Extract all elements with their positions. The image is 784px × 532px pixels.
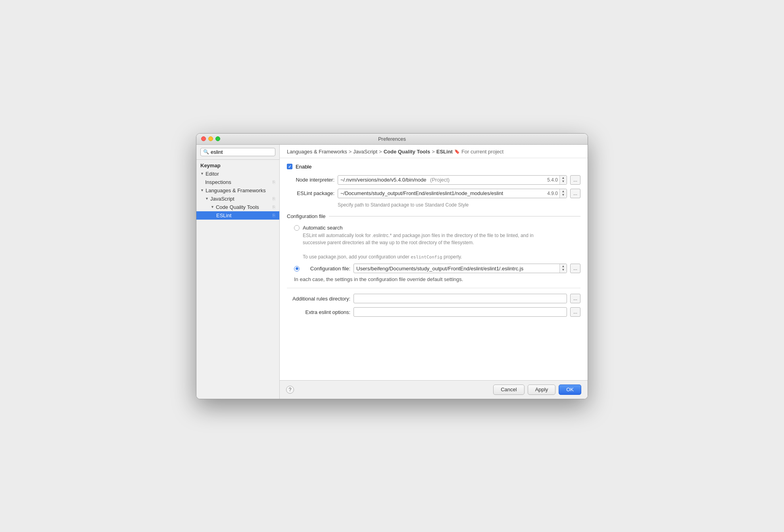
hint-text: Specify path to Standard package to use …: [338, 202, 580, 208]
config-section-label: Configuration file: [287, 213, 326, 219]
breadcrumb-code-quality: Code Quality Tools: [384, 149, 430, 155]
close-button[interactable]: [201, 136, 206, 141]
breadcrumb-sep: >: [349, 149, 352, 155]
sidebar-item-languages[interactable]: ▼ Languages & Frameworks: [196, 186, 279, 195]
enable-row: Enable: [287, 164, 580, 170]
node-interpreter-label: Node interpreter:: [287, 177, 334, 183]
maximize-button[interactable]: [215, 136, 220, 141]
config-file-spinner[interactable]: ▲ ▼: [559, 264, 567, 273]
search-icon: 🔍: [203, 149, 209, 155]
main-content: 🔍 ⊗ Keymap ▼ Editor Inspections: [196, 145, 588, 399]
config-file-label: Configuration file:: [303, 266, 350, 272]
breadcrumb-lang: Languages & Frameworks: [287, 149, 347, 155]
breadcrumb: Languages & Frameworks > JavaScript > Co…: [280, 145, 588, 158]
sidebar-item-inspections[interactable]: Inspections ⎘: [196, 178, 279, 186]
breadcrumb-project: 🔖 For current project: [454, 149, 503, 155]
breadcrumb-eslint: ESLint: [436, 149, 453, 155]
config-section-divider: Configuration file: [287, 213, 580, 219]
sidebar-item-label: Keymap: [200, 163, 275, 168]
help-label: ?: [289, 387, 292, 392]
extra-eslint-label: Extra eslint options:: [287, 309, 350, 315]
sidebar-item-code-quality[interactable]: ▼ Code Quality Tools ⎘: [196, 203, 279, 211]
eslint-package-row: ESLint package: ~/Documents/study_output…: [287, 189, 580, 198]
config-file-browse-button[interactable]: ...: [570, 264, 580, 273]
window-title: Preferences: [378, 136, 406, 142]
separator-line: [287, 288, 580, 288]
sidebar-item-javascript[interactable]: ▼ JavaScript ⎘: [196, 195, 279, 203]
sidebar-item-label: Editor: [206, 171, 275, 177]
breadcrumb-sep: >: [379, 149, 382, 155]
titlebar: Preferences: [196, 134, 588, 145]
sidebar-item-label: Code Quality Tools: [216, 204, 273, 210]
ok-button[interactable]: OK: [559, 385, 581, 395]
breadcrumb-sep: >: [432, 149, 435, 155]
additional-rules-row: Additional rules directory: ...: [287, 294, 580, 303]
eslint-package-field[interactable]: ~/Documents/study_output/FrontEnd/eslint…: [338, 189, 567, 198]
automatic-search-radio[interactable]: [294, 225, 300, 231]
automatic-search-label: Automatic search: [303, 225, 342, 231]
sidebar-item-keymap[interactable]: Keymap: [196, 161, 279, 170]
enable-checkbox[interactable]: [287, 164, 292, 169]
arrow-icon: ▼: [205, 197, 209, 201]
search-wrapper: 🔍 ⊗: [200, 148, 275, 156]
sidebar-item-eslint[interactable]: ESLint ⎘: [196, 211, 279, 220]
copy-icon: ⎘: [273, 205, 275, 209]
help-button[interactable]: ?: [286, 386, 294, 394]
eslint-package-value: ~/Documents/study_output/FrontEnd/eslint…: [338, 190, 547, 196]
node-spinner[interactable]: ▲ ▼: [559, 175, 567, 185]
node-interpreter-row: Node interpreter: ~/.nvm/versions/node/v…: [287, 175, 580, 185]
breadcrumb-js: JavaScript: [353, 149, 377, 155]
automatic-search-row: Automatic search ESLint will automatical…: [294, 225, 580, 261]
divider-line: [329, 216, 580, 216]
arrow-icon: ▼: [200, 188, 204, 192]
additional-rules-label: Additional rules directory:: [287, 296, 350, 302]
copy-icon: ⎘: [273, 213, 275, 218]
apply-button[interactable]: Apply: [528, 385, 556, 395]
extra-eslint-browse-button[interactable]: ...: [570, 307, 580, 317]
spinner-down-icon: ▼: [562, 268, 565, 272]
extra-eslint-row: Extra eslint options: ...: [287, 307, 580, 317]
additional-rules-browse-button[interactable]: ...: [570, 294, 580, 303]
sidebar-item-label: Inspections: [205, 179, 273, 185]
node-version: 5.4.0: [547, 177, 559, 183]
search-input[interactable]: [211, 149, 277, 155]
in-each-case-text: In each case, the settings in the config…: [294, 276, 580, 282]
spinner-down-icon: ▼: [562, 193, 565, 197]
traffic-lights: [201, 136, 220, 141]
additional-rules-input[interactable]: [354, 294, 567, 303]
extra-eslint-input[interactable]: [354, 307, 567, 317]
sidebar-item-editor[interactable]: ▼ Editor: [196, 170, 279, 178]
sidebar-item-label: JavaScript: [210, 196, 273, 202]
sidebar-items: Keymap ▼ Editor Inspections ⎘ ▼ Language…: [196, 160, 279, 221]
config-file-row: Configuration file: Users/beifeng/Docume…: [294, 264, 580, 273]
search-bar: 🔍 ⊗: [196, 145, 279, 160]
bottom-bar: ? Cancel Apply OK: [280, 380, 588, 399]
eslint-package-label: ESLint package:: [287, 190, 334, 196]
config-file-radio[interactable]: [294, 266, 300, 272]
eslint-browse-button[interactable]: ...: [570, 189, 580, 198]
minimize-button[interactable]: [208, 136, 213, 141]
node-interpreter-field[interactable]: ~/.nvm/versions/node/v5.4.0/bin/node (Pr…: [338, 175, 567, 185]
arrow-icon: ▼: [200, 172, 204, 176]
node-browse-button[interactable]: ...: [570, 175, 580, 185]
breadcrumb-project-label: For current project: [461, 149, 503, 155]
automatic-search-desc: ESLint will automatically look for .esli…: [303, 232, 580, 261]
spinner-down-icon: ▼: [562, 180, 565, 184]
project-icon: 🔖: [454, 149, 460, 154]
sidebar: 🔍 ⊗ Keymap ▼ Editor Inspections: [196, 145, 280, 399]
sidebar-item-label: ESLint: [216, 212, 273, 218]
sidebar-item-label: Languages & Frameworks: [206, 188, 275, 193]
preferences-window: Preferences 🔍 ⊗ Keymap ▼ Editor: [196, 133, 588, 399]
enable-label: Enable: [296, 164, 311, 170]
arrow-icon: ▼: [211, 205, 214, 209]
automatic-search-content: Automatic search ESLint will automatical…: [303, 225, 580, 261]
config-file-field[interactable]: Users/beifeng/Documents/study_output/Fro…: [354, 264, 567, 273]
bottom-left: ?: [286, 386, 490, 394]
eslint-spinner[interactable]: ▲ ▼: [559, 189, 567, 198]
content-panel: Languages & Frameworks > JavaScript > Co…: [280, 145, 588, 399]
config-file-value: Users/beifeng/Documents/study_output/Fro…: [354, 266, 559, 272]
copy-icon: ⎘: [273, 180, 275, 184]
settings-body: Enable Node interpreter: ~/.nvm/versions…: [280, 158, 588, 380]
copy-icon: ⎘: [273, 196, 275, 201]
cancel-button[interactable]: Cancel: [493, 385, 524, 395]
